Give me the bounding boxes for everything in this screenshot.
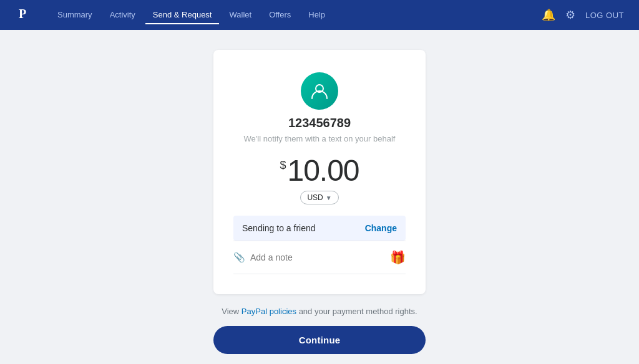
nav-item-summary[interactable]: Summary (50, 6, 100, 24)
nav-item-wallet[interactable]: Wallet (222, 6, 259, 24)
logout-button[interactable]: LOG OUT (585, 11, 624, 20)
recipient-name: 123456789 (288, 116, 351, 130)
currency-code: USD (307, 193, 323, 202)
recipient-section: 123456789 We'll notify them with a text … (233, 72, 406, 143)
header: P Summary Activity Send & Request Wallet… (0, 0, 639, 30)
avatar (301, 72, 338, 110)
chevron-down-icon: ▼ (326, 194, 332, 201)
sending-type-row: Sending to a friend Change (233, 216, 406, 241)
nav-item-help[interactable]: Help (301, 6, 333, 24)
amount-section: $ 10.00 USD ▼ (233, 156, 406, 204)
note-input[interactable] (250, 252, 390, 262)
svg-text:P: P (19, 7, 26, 21)
note-row: 📎 🎁 (233, 241, 406, 274)
paypal-logo: P (15, 5, 32, 25)
recipient-subtitle: We'll notify them with a text on your be… (244, 134, 396, 143)
note-left: 📎 (233, 252, 390, 263)
change-button[interactable]: Change (365, 223, 397, 233)
paypal-policies-link[interactable]: PayPal policies (241, 307, 296, 316)
currency-symbol: $ (280, 160, 286, 171)
nav-item-activity[interactable]: Activity (102, 6, 143, 24)
main-content: 123456789 We'll notify them with a text … (0, 30, 639, 364)
main-nav: Summary Activity Send & Request Wallet O… (50, 6, 542, 24)
person-icon (310, 81, 329, 101)
settings-icon[interactable]: ⚙ (565, 8, 575, 22)
continue-button[interactable]: Continue (213, 326, 426, 354)
currency-selector[interactable]: USD ▼ (300, 191, 338, 204)
policies-text: View PayPal policies and your payment me… (222, 307, 417, 316)
amount-display: $ 10.00 (280, 156, 359, 186)
sending-label: Sending to a friend (242, 223, 316, 233)
payment-card: 123456789 We'll notify them with a text … (213, 50, 426, 294)
policies-suffix: and your payment method rights. (296, 307, 417, 316)
gift-icon[interactable]: 🎁 (390, 250, 406, 265)
nav-item-send-request[interactable]: Send & Request (145, 6, 220, 24)
bell-icon[interactable]: 🔔 (542, 8, 555, 22)
header-right: 🔔 ⚙ LOG OUT (542, 8, 624, 22)
amount-value: 10.00 (287, 156, 359, 186)
nav-item-offers[interactable]: Offers (261, 6, 298, 24)
paperclip-icon: 📎 (233, 252, 245, 263)
policies-prefix: View (222, 307, 241, 316)
